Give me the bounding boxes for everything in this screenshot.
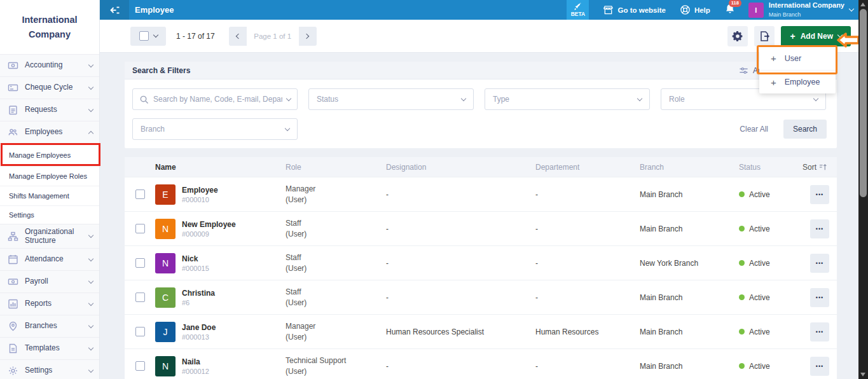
money-icon	[8, 60, 18, 71]
sidebar-subitem-manage-employees[interactable]: Manage Employees	[0, 143, 99, 166]
row-checkbox[interactable]	[135, 258, 145, 268]
employee-code: #000012	[182, 368, 209, 375]
notifications-button[interactable]: 118	[724, 3, 736, 17]
search-button[interactable]: Search	[783, 120, 827, 139]
help-link[interactable]: Help	[680, 4, 710, 15]
row-actions-button[interactable]: •••	[810, 357, 829, 376]
sidebar-item-templates[interactable]: Templates	[0, 337, 99, 359]
employee-name: Jane Doe	[182, 323, 216, 332]
add-new-dropdown-menu: + User + Employee	[759, 46, 836, 93]
sidebar-item-attendance[interactable]: Attendance	[0, 248, 99, 270]
row-actions-button[interactable]: •••	[810, 322, 829, 341]
role-type: (User)	[286, 229, 386, 239]
search-icon	[139, 95, 149, 104]
prev-page-button[interactable]	[229, 27, 247, 46]
select-all-checkbox[interactable]	[139, 31, 149, 41]
settings-button[interactable]	[727, 26, 748, 46]
chevron-down-icon	[88, 367, 93, 372]
sidebar-subitem-shifts-management[interactable]: Shifts Management	[0, 186, 99, 205]
department-value: -	[535, 259, 640, 268]
status-select[interactable]: Status	[308, 88, 474, 110]
sidebar-collapse-button[interactable]	[100, 0, 129, 20]
employee-name: Nick	[182, 254, 209, 263]
table-row[interactable]: E Employee#000010 Manager(User) - - Main…	[125, 177, 837, 211]
role-type: (User)	[286, 366, 386, 376]
scrollbar-thumb[interactable]	[860, 9, 867, 197]
chevron-down-icon	[837, 32, 843, 38]
role-type: (User)	[286, 263, 386, 273]
row-actions-button[interactable]: •••	[810, 219, 829, 238]
column-role[interactable]: Role	[286, 163, 386, 172]
row-checkbox[interactable]	[135, 224, 145, 233]
row-actions-button[interactable]: •••	[810, 254, 829, 273]
beta-badge[interactable]: BETA	[567, 0, 589, 20]
status-badge: Active	[749, 259, 770, 268]
sidebar-item-branches[interactable]: Branches	[0, 315, 99, 337]
table-row[interactable]: N Naila#000012 Technical Support(User) -…	[125, 348, 837, 379]
select-all-dropdown[interactable]	[130, 27, 166, 46]
employee-code: #000009	[182, 230, 236, 238]
table-row[interactable]: N Nick#000015 Staff(User) - - New York B…	[125, 245, 837, 280]
type-select-label: Type	[493, 95, 509, 104]
sidebar-item-reports[interactable]: Reports	[0, 293, 99, 315]
add-new-label: Add New	[801, 32, 833, 41]
chevron-up-icon	[88, 130, 93, 135]
table-row[interactable]: J Jane Doe#000013 Manager(User) Human Re…	[125, 314, 837, 348]
search-input[interactable]	[153, 95, 282, 104]
row-checkbox[interactable]	[135, 190, 145, 199]
sidebar-item-payroll[interactable]: Payroll	[0, 270, 99, 293]
vertical-scrollbar	[858, 0, 868, 379]
column-status[interactable]: Status	[739, 163, 803, 172]
column-sort[interactable]: Sort	[803, 163, 837, 172]
menu-item-user[interactable]: + User	[759, 46, 836, 70]
column-branch[interactable]: Branch	[640, 163, 739, 172]
column-designation[interactable]: Designation	[386, 163, 535, 172]
scroll-down-arrow[interactable]	[860, 373, 865, 376]
status-badge: Active	[749, 293, 770, 302]
role-type: (User)	[286, 195, 386, 205]
row-actions-button[interactable]: •••	[810, 185, 829, 204]
table-row[interactable]: N New Employee#000009 Staff(User) - - Ma…	[125, 211, 837, 245]
page-title: Employee	[135, 5, 174, 15]
sidebar-subitem-manage-employee-roles[interactable]: Manage Employee Roles	[0, 166, 99, 186]
go-to-website-link[interactable]: Go to website	[603, 5, 665, 15]
export-button[interactable]	[754, 26, 775, 46]
sidebar-subitem-settings[interactable]: Settings	[0, 205, 99, 224]
scroll-up-arrow[interactable]	[860, 3, 865, 6]
sidebar-item-label: Reports	[25, 300, 89, 308]
branch-select[interactable]: Branch	[132, 118, 298, 140]
sidebar-item-settings[interactable]: Settings	[0, 359, 99, 379]
subitem-label: Manage Employees	[9, 151, 71, 159]
sidebar-item-cheque-cycle[interactable]: Cheque Cycle	[0, 76, 99, 99]
pagination: Page 1 of 1	[229, 27, 317, 46]
sidebar-item-label: Templates	[25, 344, 89, 353]
chevron-down-icon	[88, 300, 93, 305]
branch-value: Main Branch	[640, 327, 739, 336]
row-actions-button[interactable]: •••	[810, 288, 829, 307]
type-select[interactable]: Type	[485, 88, 650, 110]
plus-icon: +	[771, 53, 776, 64]
profile-menu[interactable]: I International Company Main Branch	[748, 1, 853, 19]
row-checkbox[interactable]	[135, 361, 145, 371]
sidebar-item-organizational-structure[interactable]: Organizational Structure	[0, 224, 99, 248]
sidebar-item-label: Branches	[25, 322, 89, 331]
column-name[interactable]: Name	[155, 163, 286, 172]
next-page-button[interactable]	[299, 27, 317, 46]
chevron-down-icon	[88, 84, 93, 89]
role-name: Manager	[286, 321, 386, 331]
sidebar-item-accounting[interactable]: Accounting	[0, 54, 99, 76]
menu-item-employee[interactable]: + Employee	[759, 70, 836, 93]
role-name: Manager	[286, 184, 386, 194]
row-checkbox[interactable]	[135, 293, 145, 302]
clear-all-button[interactable]: Clear All	[740, 125, 768, 134]
export-icon	[759, 31, 770, 42]
sidebar-item-employees[interactable]: Employees	[0, 121, 99, 143]
role-name: Staff	[286, 218, 386, 228]
add-new-button[interactable]: + Add New	[781, 26, 851, 46]
column-departement[interactable]: Departement	[535, 163, 640, 172]
current-branch: Main Branch	[769, 11, 801, 18]
row-checkbox[interactable]	[135, 327, 145, 336]
sidebar-item-requests[interactable]: Requests	[0, 99, 99, 121]
department-value: Human Resources	[535, 327, 640, 336]
table-row[interactable]: C Christina#6 Staff(User) - - Main Branc…	[125, 280, 837, 314]
